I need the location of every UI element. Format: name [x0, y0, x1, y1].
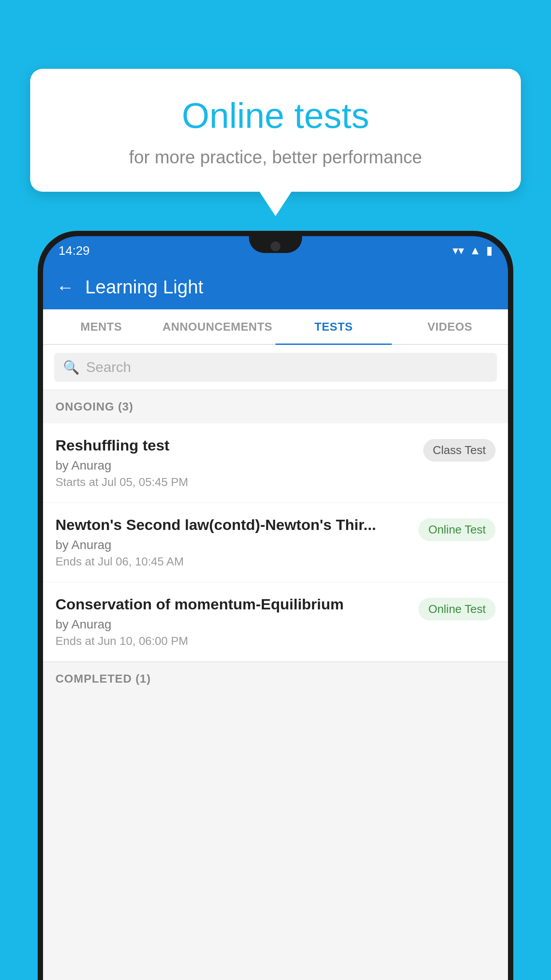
back-button[interactable]: ←	[56, 277, 74, 297]
test-date: Ends at Jun 10, 06:00 PM	[55, 634, 409, 648]
signal-icon: ▲	[469, 244, 481, 257]
battery-icon: ▮	[486, 244, 492, 257]
test-date: Ends at Jul 06, 10:45 AM	[55, 555, 409, 569]
phone-inner: 14:29 ▾▾ ▲ ▮ ← Learning Light MENTS ANNO…	[43, 236, 508, 980]
app-header: ← Learning Light	[43, 265, 508, 309]
search-placeholder-text: Search	[86, 359, 131, 375]
bubble-title: Online tests	[52, 95, 499, 136]
completed-label: COMPLETED (1)	[55, 672, 151, 685]
search-bar: 🔍 Search	[43, 345, 508, 390]
tab-ments[interactable]: MENTS	[43, 309, 159, 344]
test-item[interactable]: Conservation of momentum-Equilibrium by …	[43, 582, 508, 662]
bubble-subtitle: for more practice, better performance	[52, 147, 499, 167]
search-icon: 🔍	[63, 360, 79, 375]
test-badge-class: Class Test	[423, 439, 496, 462]
tab-videos[interactable]: VIDEOS	[392, 309, 508, 344]
camera-dot	[271, 241, 280, 251]
ongoing-label: ONGOING (3)	[55, 400, 134, 413]
test-badge-online: Online Test	[418, 518, 496, 541]
test-name: Reshuffling test	[55, 437, 414, 454]
test-badge-online: Online Test	[418, 598, 496, 620]
test-author: by Anurag	[55, 458, 414, 473]
test-item[interactable]: Newton's Second law(contd)-Newton's Thir…	[43, 503, 508, 582]
test-info: Reshuffling test by Anurag Starts at Jul…	[55, 437, 414, 489]
test-date: Starts at Jul 05, 05:45 PM	[55, 475, 414, 489]
status-icons: ▾▾ ▲ ▮	[453, 244, 492, 257]
tab-announcements[interactable]: ANNOUNCEMENTS	[159, 309, 276, 344]
test-name: Conservation of momentum-Equilibrium	[55, 596, 409, 613]
phone-notch	[249, 236, 302, 253]
test-info: Newton's Second law(contd)-Newton's Thir…	[55, 516, 409, 569]
search-input-wrapper[interactable]: 🔍 Search	[54, 353, 497, 382]
test-name: Newton's Second law(contd)-Newton's Thir…	[55, 516, 409, 533]
screen-content: MENTS ANNOUNCEMENTS TESTS VIDEOS 🔍 Searc…	[43, 309, 508, 980]
test-item[interactable]: Reshuffling test by Anurag Starts at Jul…	[43, 423, 508, 503]
wifi-icon: ▾▾	[453, 244, 464, 257]
status-time: 14:29	[59, 244, 90, 258]
tabs-bar: MENTS ANNOUNCEMENTS TESTS VIDEOS	[43, 309, 508, 345]
completed-section-header: COMPLETED (1)	[43, 662, 508, 695]
phone-frame: 14:29 ▾▾ ▲ ▮ ← Learning Light MENTS ANNO…	[38, 231, 513, 980]
ongoing-section-header: ONGOING (3)	[43, 390, 508, 423]
test-author: by Anurag	[55, 538, 409, 552]
test-author: by Anurag	[55, 617, 409, 632]
app-title: Learning Light	[85, 277, 203, 298]
test-info: Conservation of momentum-Equilibrium by …	[55, 596, 409, 648]
promo-bubble: Online tests for more practice, better p…	[30, 69, 521, 192]
tab-tests[interactable]: TESTS	[276, 309, 392, 344]
